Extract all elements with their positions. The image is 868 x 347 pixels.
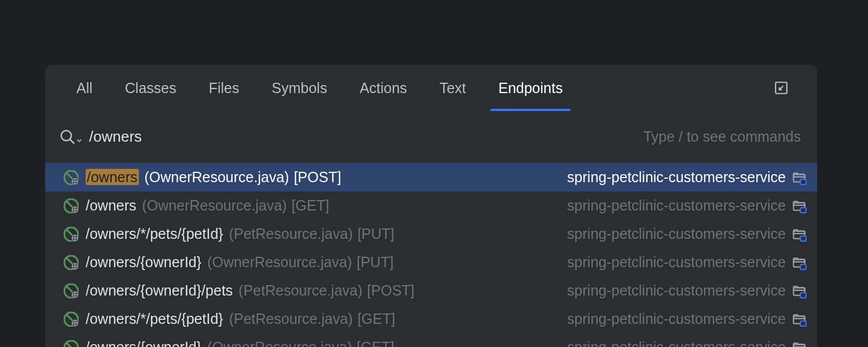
- endpoint-icon: [64, 198, 79, 213]
- result-file: (OwnerResource.java): [207, 339, 352, 347]
- result-row[interactable]: /owners/*/pets/{petId}(PetResource.java)…: [45, 220, 817, 248]
- svg-rect-26: [800, 236, 806, 241]
- result-file: (OwnerResource.java): [145, 169, 289, 186]
- tab-bar: AllClassesFilesSymbolsActionsTextEndpoin…: [45, 65, 817, 111]
- tab-symbols[interactable]: Symbols: [264, 65, 336, 111]
- svg-line-2: [70, 139, 75, 143]
- result-module: spring-petclinic-customers-service: [567, 254, 786, 271]
- svg-rect-34: [800, 264, 806, 270]
- svg-rect-42: [800, 293, 806, 298]
- result-file: (PetResource.java): [229, 311, 353, 327]
- result-module: spring-petclinic-customers-service: [567, 226, 786, 242]
- endpoint-icon: [64, 312, 79, 327]
- svg-line-52: [66, 342, 76, 347]
- result-row[interactable]: /owners/*/pets/{petId}(PetResource.java)…: [45, 305, 817, 333]
- result-row[interactable]: /owners(OwnerResource.java)[GET]spring-p…: [45, 191, 817, 220]
- result-module: spring-petclinic-customers-service: [567, 169, 786, 186]
- endpoint-icon: [64, 227, 79, 242]
- result-path: /owners/{ownerId}: [86, 339, 201, 347]
- tab-files[interactable]: Files: [201, 65, 248, 111]
- result-row[interactable]: /owners/{ownerId}(OwnerResource.java)[GE…: [45, 333, 817, 347]
- result-file: (PetResource.java): [238, 282, 362, 299]
- endpoint-icon: [64, 255, 79, 270]
- result-module: spring-petclinic-customers-service: [567, 311, 786, 327]
- result-method: [GET]: [356, 339, 394, 347]
- result-row[interactable]: /owners(OwnerResource.java)[POST]spring-…: [45, 163, 817, 191]
- tab-endpoints[interactable]: Endpoints: [490, 65, 571, 111]
- module-icon: [792, 227, 807, 242]
- result-row[interactable]: /owners/{ownerId}/pets(PetResource.java)…: [45, 276, 817, 305]
- svg-point-1: [61, 130, 72, 141]
- module-icon: [792, 255, 807, 270]
- tab-classes[interactable]: Classes: [117, 65, 185, 111]
- module-icon: [792, 283, 807, 298]
- search-hint: Type / to see commands: [643, 128, 803, 145]
- tab-actions[interactable]: Actions: [351, 65, 415, 111]
- expand-icon: [774, 80, 789, 95]
- chevron-down-icon: [75, 136, 83, 145]
- svg-rect-18: [800, 208, 806, 213]
- result-method: [GET]: [292, 197, 329, 214]
- result-module: spring-petclinic-customers-service: [567, 282, 786, 299]
- tab-text[interactable]: Text: [431, 65, 474, 111]
- result-path: /owners: [86, 197, 137, 214]
- result-module: spring-petclinic-customers-service: [567, 197, 786, 214]
- search-everywhere-panel: AllClassesFilesSymbolsActionsTextEndpoin…: [45, 65, 817, 347]
- module-icon: [792, 312, 807, 327]
- result-path: /owners/{ownerId}/pets: [86, 282, 233, 299]
- result-path: /owners/{ownerId}: [86, 254, 201, 271]
- result-method: [PUT]: [356, 254, 393, 271]
- result-file: (PetResource.java): [229, 226, 353, 242]
- search-icon[interactable]: [59, 128, 83, 146]
- module-icon: [792, 340, 807, 348]
- svg-rect-10: [800, 179, 806, 184]
- result-path: /owners/*/pets/{petId}: [86, 311, 223, 327]
- result-method: [POST]: [294, 169, 341, 186]
- popup-pin-button[interactable]: [770, 76, 793, 99]
- result-path: /owners/*/pets/{petId}: [86, 226, 223, 242]
- result-file: (OwnerResource.java): [142, 197, 287, 214]
- module-icon: [792, 198, 807, 213]
- module-icon: [792, 170, 807, 185]
- result-method: [GET]: [358, 311, 395, 327]
- endpoint-icon: [64, 340, 79, 348]
- tab-all[interactable]: All: [68, 65, 101, 111]
- result-path: /owners: [86, 169, 139, 186]
- result-module: spring-petclinic-customers-service: [567, 339, 786, 347]
- endpoint-icon: [64, 170, 79, 185]
- endpoint-icon: [64, 283, 79, 298]
- results-list: /owners(OwnerResource.java)[POST]spring-…: [45, 163, 817, 347]
- svg-rect-50: [800, 321, 806, 326]
- result-row[interactable]: /owners/{ownerId}(OwnerResource.java)[PU…: [45, 248, 817, 276]
- search-input[interactable]: [89, 128, 643, 146]
- result-method: [POST]: [367, 282, 414, 299]
- result-file: (OwnerResource.java): [207, 254, 352, 271]
- match-highlight: /owners: [86, 169, 139, 185]
- search-bar: Type / to see commands: [45, 111, 817, 163]
- result-method: [PUT]: [358, 226, 395, 242]
